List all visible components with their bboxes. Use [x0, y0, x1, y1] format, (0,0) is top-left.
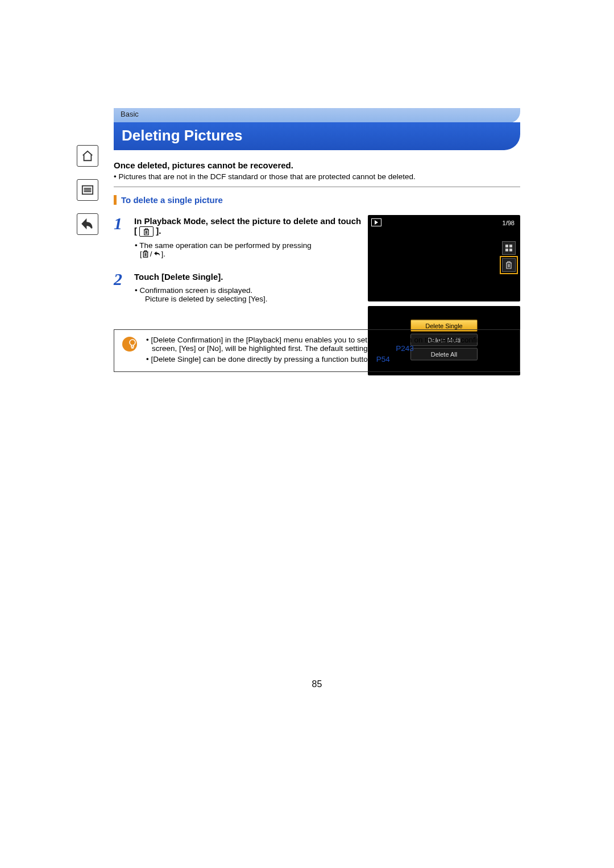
tip-lightbulb-icon	[122, 337, 137, 352]
step-2-note: • Confirmation screen is displayed. Pict…	[134, 286, 362, 303]
sidebar-nav	[77, 145, 99, 247]
trash-icon	[502, 258, 516, 272]
step-2-note-line1: • Confirmation screen is displayed.	[135, 286, 252, 295]
chapter-label: Basic	[114, 108, 520, 123]
section-heading: To delete a single picture	[114, 195, 520, 205]
link-p54[interactable]: P54	[376, 355, 390, 363]
tip-2-text: • [Delete Single] can be done directly b…	[146, 355, 376, 363]
page-title: Deleting Pictures	[114, 122, 520, 150]
step-2-note-line2: Picture is deleted by selecting [Yes].	[140, 295, 268, 303]
step-1-note-bracket-close: ].	[161, 250, 166, 258]
thumbnail-icon	[502, 241, 516, 255]
svg-rect-7	[509, 249, 512, 251]
warning-heading: Once deleted, pictures cannot be recover…	[114, 160, 520, 170]
svg-point-8	[130, 340, 135, 345]
tip-1-text: • [Delete Confirmation] in the [Playback…	[146, 336, 503, 353]
step-1-note: • The same operation can be performed by…	[134, 241, 362, 258]
trash-icon	[139, 226, 154, 237]
svg-rect-6	[505, 249, 508, 251]
step-1-title: In Playback Mode, select the picture to …	[134, 216, 361, 235]
divider	[114, 187, 520, 187]
warning-note: • Pictures that are not in the DCF stand…	[114, 172, 520, 181]
image-counter: 1/98	[503, 220, 515, 226]
tip-line-2: • [Delete Single] can be done directly b…	[146, 355, 512, 363]
tip-box: • [Delete Confirmation] in the [Playback…	[114, 329, 520, 372]
link-p243[interactable]: P243	[396, 344, 414, 353]
contents-icon[interactable]	[77, 179, 98, 201]
page-number: 85	[114, 679, 520, 689]
step-2-number: 2	[114, 271, 134, 303]
step-1-note-text: • The same operation can be performed by…	[135, 241, 312, 250]
playback-screen: 1/98	[368, 215, 520, 301]
step-2-title: Touch [Delete Single].	[134, 272, 362, 282]
step-1-title-text: In Playback Mode, select the picture to …	[134, 216, 361, 235]
step-1-number: 1	[114, 215, 134, 258]
playback-mode-icon	[371, 218, 381, 226]
svg-rect-4	[505, 245, 508, 247]
home-icon[interactable]	[77, 145, 98, 167]
step-1-title-end: ].	[156, 226, 161, 235]
tip-line-1: • [Delete Confirmation] in the [Playback…	[146, 336, 512, 353]
svg-rect-5	[509, 245, 512, 247]
back-icon[interactable]	[77, 213, 98, 235]
